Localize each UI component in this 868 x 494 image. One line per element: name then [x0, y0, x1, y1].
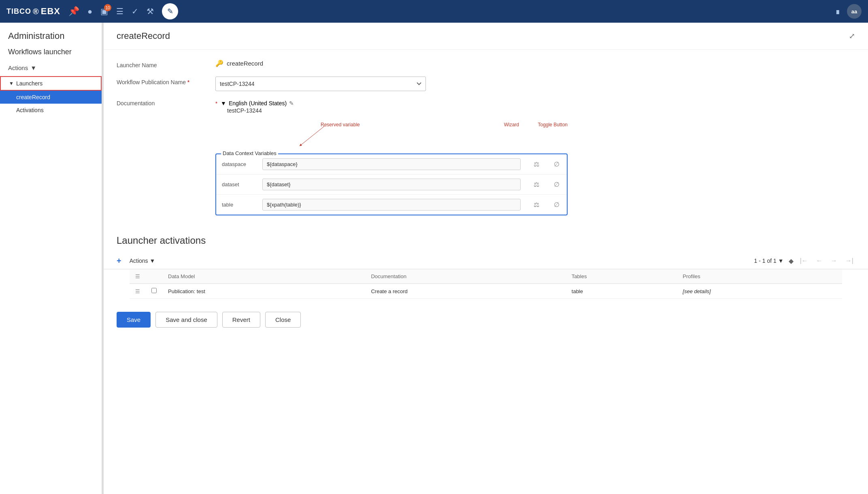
dcv-title: Data Context Variables — [221, 150, 278, 156]
wizard-icon-table[interactable]: ⚖ — [532, 201, 541, 208]
dcv-varname-table: table — [216, 195, 257, 215]
wizard-icon-dataspace[interactable]: ⚖ — [532, 161, 541, 168]
row-checkbox[interactable] — [151, 288, 157, 293]
reserved-variable-annotation: Reserved variable — [321, 122, 360, 128]
nav-wrench-icon[interactable]: ⚒ — [147, 6, 154, 16]
cell-data-model: Publication: test — [162, 284, 365, 299]
dcv-container: Data Context Variables dataspace ⚖ — [215, 153, 568, 215]
sidebar-actions-button[interactable]: Actions ▼ — [0, 61, 102, 75]
wizard-annotation: Wizard — [504, 122, 519, 128]
app-logo: TIBCO® EBX — [6, 6, 60, 17]
form-area: Launcher Name 🔑 createRecord Workflow Pu… — [104, 50, 868, 235]
dcv-input-dataspace[interactable] — [262, 158, 521, 170]
dcv-wizard-btn-dataset[interactable]: ⚖ — [526, 175, 547, 195]
sidebar: Administration Workflows launcher Action… — [0, 23, 102, 494]
col-header-tables: Tables — [566, 269, 677, 284]
activations-label: Activations — [16, 107, 44, 113]
edit-icon[interactable]: ✎ — [289, 100, 294, 106]
activations-actions-button[interactable]: Actions ▼ — [126, 256, 159, 266]
launcher-name-label: Launcher Name — [117, 60, 206, 68]
expand-icon[interactable]: ⤢ — [849, 32, 855, 40]
workflow-pub-value-container: testCP-13244 — [215, 77, 855, 91]
launcher-name-display: 🔑 createRecord — [215, 60, 263, 67]
next-page-button[interactable]: → — [829, 256, 839, 265]
bottom-buttons: Save Save and close Revert Close — [104, 302, 868, 337]
logo-tibco: TIBCO — [6, 7, 31, 16]
nav-stack-icon[interactable]: ☰ — [116, 6, 123, 16]
sidebar-item-activations[interactable]: Activations — [0, 104, 102, 117]
table-header: ☰ Data Model Documentation Tables Profil… — [130, 269, 842, 284]
main-content: createRecord ⤢ Launcher Name 🔑 createRec… — [104, 23, 868, 494]
nav-badge: 10 — [104, 4, 111, 11]
row-menu[interactable]: ☰ — [130, 284, 146, 299]
sidebar-item-launchers[interactable]: ▼ Launchers — [0, 76, 102, 91]
wizard-icon-dataset[interactable]: ⚖ — [532, 181, 541, 188]
dcv-wizard-btn-table[interactable]: ⚖ — [526, 195, 547, 215]
collapse-arrow: ▼ — [221, 100, 226, 106]
cell-tables: table — [566, 284, 677, 299]
activations-table: ☰ Data Model Documentation Tables Profil… — [130, 269, 842, 299]
table-toolbar: + Actions ▼ 1 - 1 of 1 ▼ ◆ |← ← → →| — [104, 253, 868, 269]
doc-value: testCP-13244 — [227, 107, 294, 114]
col-header-documentation: Documentation — [365, 269, 566, 284]
first-page-button[interactable]: |← — [798, 256, 810, 265]
doc-lang-text: English (United States) — [229, 100, 287, 106]
dcv-wizard-btn-dataspace[interactable]: ⚖ — [526, 154, 547, 175]
prev-page-button[interactable]: ← — [815, 256, 824, 265]
required-asterisk: * — [215, 100, 217, 106]
revert-button[interactable]: Revert — [222, 312, 260, 328]
dcv-toggle-btn-table[interactable]: ∅ — [547, 195, 567, 215]
dcv-table: dataspace ⚖ ∅ — [216, 154, 567, 215]
sidebar-section-title: Workflows launcher — [0, 45, 102, 61]
table-header-checkbox — [146, 269, 162, 284]
dcv-value-cell-table — [257, 195, 526, 215]
dcv-varname-dataset: dataset — [216, 175, 257, 195]
svg-line-0 — [300, 126, 325, 145]
filter-icon[interactable]: ◆ — [789, 257, 794, 265]
pagination-dropdown-icon[interactable]: ▼ — [778, 258, 784, 264]
nav-tasks-icon[interactable]: ▣ 10 — [100, 6, 108, 16]
launchers-label: Launchers — [16, 80, 43, 87]
row-checkbox-cell[interactable] — [146, 284, 162, 299]
dcv-varname-dataspace: dataspace — [216, 154, 257, 175]
dcv-toggle-btn-dataspace[interactable]: ∅ — [547, 154, 567, 175]
main-layout: Administration Workflows launcher Action… — [0, 23, 868, 494]
toggle-icon-dataspace[interactable]: ∅ — [552, 161, 561, 168]
table-header-menu: ☰ — [130, 269, 146, 284]
cell-documentation: Create a record — [365, 284, 566, 299]
key-icon: 🔑 — [215, 60, 223, 67]
toggle-icon-table[interactable]: ∅ — [552, 201, 561, 208]
nav-check-icon[interactable]: ✓ — [132, 6, 138, 16]
dcv-row-dataset: dataset ⚖ ∅ — [216, 175, 567, 195]
save-button[interactable]: Save — [117, 312, 151, 328]
workflow-pub-select[interactable]: testCP-13244 — [215, 77, 426, 91]
nav-tool-active-icon[interactable]: ✎ — [162, 3, 178, 19]
activations-section-title: Launcher activations — [104, 235, 868, 246]
last-page-button[interactable]: →| — [844, 256, 855, 265]
nav-right: ∎ aa — [835, 4, 862, 19]
table-body: ☰ Publication: test Create a record tabl… — [130, 284, 842, 299]
sidebar-item-create-record[interactable]: createRecord — [0, 91, 102, 104]
documentation-row: Documentation * ▼ English (United States… — [117, 99, 855, 114]
dcv-input-table[interactable] — [262, 199, 521, 211]
dcv-value-cell-dataset — [257, 175, 526, 195]
dcv-input-dataset[interactable] — [262, 179, 521, 190]
activations-actions-label: Actions — [130, 258, 148, 264]
dcv-row-dataspace: dataspace ⚖ ∅ — [216, 154, 567, 175]
dcv-wrapper: Reserved variable Wizard Toggle Button D… — [215, 122, 568, 215]
workflow-pub-label: Workflow Publication Name — [117, 77, 206, 85]
nav-database-icon[interactable]: 📌 — [68, 6, 79, 17]
activations-table-container: ☰ Data Model Documentation Tables Profil… — [104, 269, 868, 299]
doc-lang: ▼ English (United States) ✎ — [221, 100, 294, 106]
nav-grid-icon[interactable]: ∎ — [835, 6, 840, 16]
main-header: createRecord ⤢ — [104, 23, 868, 50]
pagination-text: 1 - 1 of 1 — [754, 258, 777, 264]
toggle-icon-dataset[interactable]: ∅ — [552, 181, 561, 188]
documentation-content: ▼ English (United States) ✎ testCP-13244 — [221, 100, 294, 114]
add-activation-button[interactable]: + — [117, 256, 121, 266]
nav-clock-icon[interactable]: ● — [87, 7, 92, 16]
dcv-toggle-btn-dataset[interactable]: ∅ — [547, 175, 567, 195]
save-close-button[interactable]: Save and close — [155, 312, 217, 328]
nav-avatar[interactable]: aa — [847, 4, 862, 19]
close-button[interactable]: Close — [265, 312, 301, 328]
